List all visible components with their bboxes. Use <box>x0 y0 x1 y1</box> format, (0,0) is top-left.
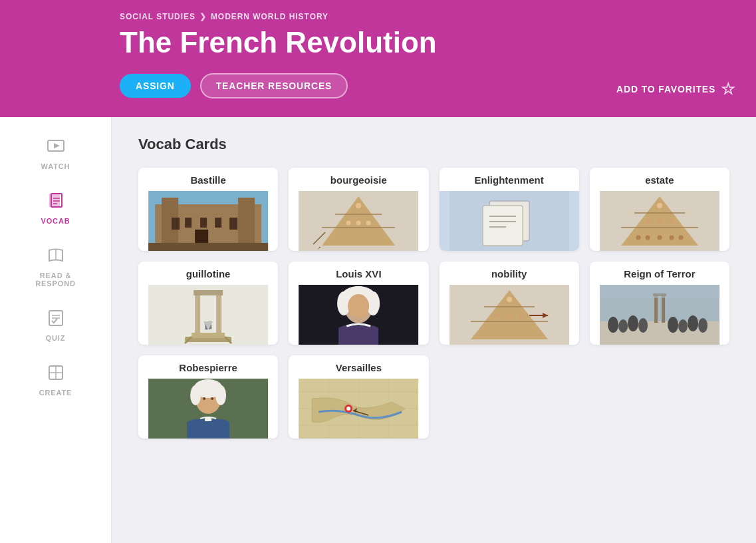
sidebar-item-vocab[interactable]: VOCAB <box>0 182 111 234</box>
section-title: Vocab Cards <box>138 136 729 153</box>
page-header: SOCIAL STUDIES ❯ MODERN WORLD HISTORY Th… <box>0 0 756 117</box>
vocab-card-enlightenment-title: Enlightenment <box>440 168 579 191</box>
bourgeoisie-image: ↗ <box>289 191 428 251</box>
svg-rect-20 <box>185 218 191 228</box>
vocab-card-bourgeoisie[interactable]: bourgeoisie ↗ <box>289 168 428 251</box>
svg-point-96 <box>190 385 201 405</box>
svg-rect-25 <box>148 243 268 251</box>
main-content: Vocab Cards Bastille <box>112 117 756 543</box>
vocab-card-versailles[interactable]: Versailles <box>289 355 428 439</box>
vocab-card-estate[interactable]: estate <box>590 168 729 251</box>
add-to-favorites-button[interactable]: ADD TO FAVORITES ☆ <box>616 80 736 98</box>
breadcrumb-chevron: ❯ <box>199 12 207 21</box>
sidebar-create-label: CREATE <box>39 389 72 397</box>
vocab-card-reign-of-terror-title: Reign of Terror <box>590 262 729 285</box>
sidebar-item-read[interactable]: READ & RESPOND <box>0 237 111 297</box>
quiz-icon <box>47 309 65 330</box>
svg-point-84 <box>608 317 618 333</box>
svg-rect-81 <box>654 295 658 323</box>
sidebar-vocab-label: VOCAB <box>41 217 70 225</box>
create-icon <box>47 363 65 385</box>
sidebar-item-watch[interactable]: WATCH <box>0 128 111 180</box>
svg-text:↗: ↗ <box>317 246 321 250</box>
svg-point-69 <box>348 294 369 318</box>
svg-point-75 <box>495 313 499 318</box>
sidebar-watch-label: WATCH <box>41 162 70 170</box>
sidebar-item-quiz[interactable]: QUIZ <box>0 299 111 351</box>
svg-point-88 <box>668 317 678 333</box>
svg-rect-82 <box>662 295 665 323</box>
svg-point-48 <box>669 220 674 224</box>
vocab-card-guillotine[interactable]: guillotine <box>138 262 278 345</box>
teacher-resources-button[interactable]: TEACHER RESOURCES <box>200 73 348 98</box>
reign-of-terror-image <box>590 285 729 345</box>
svg-point-97 <box>215 385 226 405</box>
watch-icon <box>47 137 65 158</box>
svg-rect-37 <box>483 206 523 246</box>
svg-point-47 <box>657 220 662 224</box>
vocab-card-robespierre[interactable]: Robespierre <box>138 355 278 439</box>
svg-point-51 <box>657 236 662 240</box>
svg-point-50 <box>645 236 650 240</box>
svg-point-30 <box>356 203 361 208</box>
svg-rect-21 <box>200 218 207 228</box>
vocab-card-reign-of-terror[interactable]: Reign of Terror <box>590 262 729 345</box>
enlightenment-image <box>440 191 579 251</box>
svg-point-87 <box>638 318 648 333</box>
nobility-image <box>440 285 579 345</box>
svg-point-49 <box>636 236 640 240</box>
star-icon: ☆ <box>721 80 736 98</box>
assign-button[interactable]: ASSIGN <box>120 74 191 98</box>
svg-point-89 <box>678 319 688 333</box>
svg-point-98 <box>203 397 205 400</box>
sidebar: WATCH VOCAB READ & RESPON <box>0 117 112 543</box>
svg-marker-1 <box>54 143 60 148</box>
svg-point-33 <box>366 221 371 226</box>
svg-point-91 <box>698 318 707 333</box>
sidebar-quiz-label: QUIZ <box>46 334 66 342</box>
breadcrumb: SOCIAL STUDIES ❯ MODERN WORLD HISTORY <box>120 12 736 21</box>
vocab-card-bastille-title: Bastille <box>138 168 278 191</box>
svg-rect-61 <box>191 333 225 338</box>
svg-point-45 <box>657 203 662 208</box>
svg-point-53 <box>678 236 683 240</box>
svg-point-90 <box>688 315 698 331</box>
svg-rect-100 <box>205 417 211 421</box>
svg-point-85 <box>618 319 628 333</box>
svg-point-86 <box>628 315 638 331</box>
svg-rect-19 <box>172 218 180 230</box>
vocab-card-enlightenment[interactable]: Enlightenment <box>440 168 579 251</box>
svg-rect-57 <box>193 290 223 295</box>
sidebar-item-create[interactable]: CREATE <box>0 354 111 406</box>
bastille-image <box>138 191 278 251</box>
guillotine-image <box>138 285 278 345</box>
page-title: The French Revolution <box>120 27 736 59</box>
svg-point-32 <box>356 221 361 226</box>
vocab-card-nobility-title: nobility <box>440 262 579 285</box>
vocab-card-versailles-title: Versailles <box>289 355 428 379</box>
add-favorites-label: ADD TO FAVORITES <box>616 84 715 94</box>
breadcrumb-subject: SOCIAL STUDIES <box>120 12 195 21</box>
svg-rect-22 <box>215 218 221 228</box>
svg-point-99 <box>211 397 213 400</box>
vocab-grid: Bastille <box>138 168 729 439</box>
svg-rect-55 <box>195 291 200 338</box>
vocab-card-louis-xvi[interactable]: Louis XVI <box>289 262 428 345</box>
vocab-card-estate-title: estate <box>590 168 729 191</box>
vocab-card-bourgeoisie-title: bourgeoisie <box>289 168 428 191</box>
sidebar-read-label: READ & RESPOND <box>35 272 76 287</box>
svg-point-76 <box>507 313 511 318</box>
vocab-card-nobility[interactable]: nobility <box>440 262 579 345</box>
robespierre-image <box>138 379 278 439</box>
svg-rect-56 <box>216 291 221 338</box>
breadcrumb-topic: MODERN WORLD HISTORY <box>211 12 328 21</box>
svg-point-52 <box>669 236 674 240</box>
app-body: WATCH VOCAB READ & RESPON <box>0 117 756 543</box>
svg-point-46 <box>645 220 650 224</box>
vocab-card-guillotine-title: guillotine <box>138 262 278 285</box>
louis-xvi-image <box>289 285 428 345</box>
svg-point-31 <box>346 221 351 226</box>
estate-image <box>590 191 729 251</box>
svg-rect-92 <box>600 285 719 298</box>
vocab-card-bastille[interactable]: Bastille <box>138 168 278 251</box>
